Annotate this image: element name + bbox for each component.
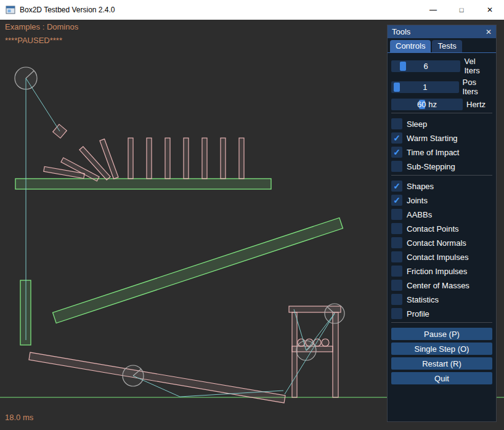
frame-left-post <box>292 312 297 397</box>
app-window: Box2D Testbed Version 2.4.0 — □ ✕ <box>0 0 504 430</box>
pos-iters-row: 1 Pos Iters <box>391 78 492 96</box>
panel-content: 6 Vel Iters 1 Pos Iters 60 hz <box>388 53 496 384</box>
checkbox-aabbs[interactable]: ✓ AABBs <box>391 209 492 220</box>
panel-close-icon[interactable]: ✕ <box>486 28 492 36</box>
check-icon: ✓ <box>393 196 400 205</box>
checkbox-box[interactable]: ✓ <box>391 209 402 220</box>
dynamic-bodies-group <box>29 124 341 403</box>
checkbox-statistics[interactable]: ✓ Statistics <box>391 294 492 305</box>
pos-iters-slider[interactable]: 1 <box>391 81 459 93</box>
hertz-row: 60 hz Hertz <box>391 99 492 110</box>
tab-controls[interactable]: Controls <box>390 40 431 52</box>
paused-label: ****PAUSED**** <box>5 36 62 45</box>
checkbox-box[interactable]: ✓ <box>391 294 402 305</box>
tab-tests[interactable]: Tests <box>432 40 461 52</box>
checkbox-box[interactable]: ✓ <box>391 181 402 192</box>
checkbox-box[interactable]: ✓ <box>391 147 402 158</box>
checkbox-profile[interactable]: ✓ Profile <box>391 308 492 319</box>
check-icon: ✓ <box>393 134 400 142</box>
minimize-button[interactable]: — <box>419 0 447 20</box>
check-icon: ✓ <box>393 148 400 156</box>
maximize-button[interactable]: □ <box>447 0 476 20</box>
frame-time-label: 18.0 ms <box>5 413 33 422</box>
checkbox-center-of-masses[interactable]: ✓ Center of Masses <box>391 280 492 291</box>
checkbox-time-of-impact[interactable]: ✓ Time of Impact <box>391 147 492 158</box>
tools-panel-title: Tools <box>392 27 410 36</box>
maximize-icon: □ <box>460 7 464 14</box>
checkbox-box[interactable]: ✓ <box>391 237 402 248</box>
checkbox-box[interactable]: ✓ <box>391 266 402 277</box>
example-label: Examples : Dominos <box>5 22 78 31</box>
checkbox-box[interactable]: ✓ <box>391 118 402 129</box>
separator <box>391 175 492 176</box>
close-icon: ✕ <box>487 6 493 14</box>
minimize-icon: — <box>429 6 437 14</box>
bottom-plank <box>29 352 285 403</box>
checkbox-box[interactable]: ✓ <box>391 132 402 144</box>
domino-platform <box>15 179 271 189</box>
checkbox-contact-normals[interactable]: ✓ Contact Normals <box>391 237 492 248</box>
tools-panel: Tools ✕ Controls Tests 6 Vel Iters <box>387 25 497 422</box>
window-title: Box2D Testbed Version 2.4.0 <box>20 6 115 14</box>
checkbox-box[interactable]: ✓ <box>391 223 402 234</box>
checkbox-box[interactable]: ✓ <box>391 161 402 172</box>
checkbox-contact-impulses[interactable]: ✓ Contact Impulses <box>391 251 492 262</box>
hertz-slider[interactable]: 60 hz <box>391 99 463 110</box>
client-area: Examples : Dominos ****PAUSED**** 18.0 m… <box>0 20 504 430</box>
vel-iters-row: 6 Vel Iters <box>391 57 492 75</box>
checkbox-warm-starting[interactable]: ✓ Warm Starting <box>391 132 492 144</box>
checkbox-friction-impulses[interactable]: ✓ Friction Impulses <box>391 266 492 277</box>
checkbox-box[interactable]: ✓ <box>391 195 402 206</box>
checkbox-contact-points[interactable]: ✓ Contact Points <box>391 223 492 234</box>
checkbox-box[interactable]: ✓ <box>391 280 402 291</box>
separator <box>391 113 492 113</box>
vel-iters-slider[interactable]: 6 <box>391 60 460 72</box>
checkbox-shapes[interactable]: ✓ Shapes <box>391 181 492 192</box>
separator <box>391 322 492 323</box>
restart-button[interactable]: Restart (R) <box>391 357 492 370</box>
checkbox-joints[interactable]: ✓ Joints <box>391 195 492 206</box>
app-icon <box>6 5 15 15</box>
tab-bar: Controls Tests <box>388 38 496 53</box>
check-icon: ✓ <box>393 182 400 190</box>
checkbox-sleep[interactable]: ✓ Sleep <box>391 118 492 129</box>
quit-button[interactable]: Quit <box>391 372 492 384</box>
pause-button[interactable]: Pause (P) <box>391 328 492 340</box>
frame-right-post <box>333 312 338 397</box>
tools-panel-titlebar[interactable]: Tools ✕ <box>388 25 496 38</box>
checkbox-box[interactable]: ✓ <box>391 308 402 319</box>
close-button[interactable]: ✕ <box>476 0 504 20</box>
single-step-button[interactable]: Single Step (O) <box>391 343 492 355</box>
titlebar[interactable]: Box2D Testbed Version 2.4.0 — □ ✕ <box>0 0 504 20</box>
checkbox-box[interactable]: ✓ <box>391 251 402 262</box>
checkbox-sub-stepping[interactable]: ✓ Sub-Stepping <box>391 161 492 172</box>
